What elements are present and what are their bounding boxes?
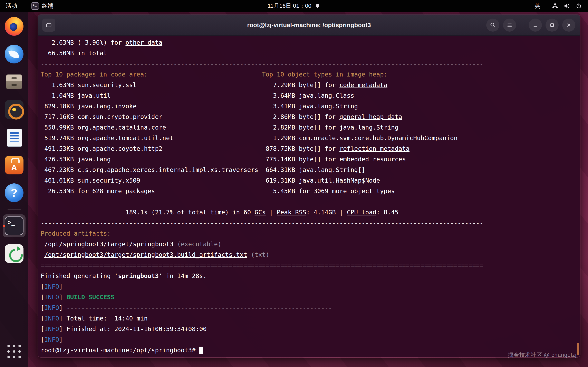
menu-button[interactable]: [503, 18, 516, 32]
terminal-line: 558.99KB org.apache.catalina.core 2.82MB…: [41, 122, 578, 133]
terminal-line-right-column: 664.31KB java.lang.String[]: [262, 165, 365, 175]
terminal-line: [INFO] ---------------------------------…: [41, 281, 578, 292]
terminal-line: 66.50MB in total: [41, 48, 578, 58]
terminal-line-right-column: 775.14KB byte[] for embedded resources: [262, 154, 406, 165]
terminal-line: 26.53MB for 628 more packages 5.45MB for…: [41, 186, 578, 196]
show-applications-button[interactable]: [3, 340, 26, 363]
terminal-line: [INFO] BUILD SUCCESS: [41, 292, 578, 302]
terminal-line: Finished generating 'springboot3' in 14m…: [41, 271, 578, 281]
terminal-line: ========================================…: [41, 260, 578, 271]
network-icon[interactable]: [552, 3, 558, 9]
terminal-line-right-column: 878.75KB byte[] for reflection metadata: [262, 143, 409, 154]
top-bar: 活动 >_ 终端 11月16日 01：00 英: [0, 0, 588, 12]
terminal-line-right-column: 2.86MB byte[] for general heap data: [262, 112, 402, 122]
terminal-line: 519.74KB org.apache.tomcat.util.net 1.29…: [41, 133, 578, 143]
terminal-line: /opt/springboot3/target/springboot3.buil…: [41, 250, 578, 260]
terminal-line-right-column: 1.29MB com.oracle.svm.core.hub.DynamicHu…: [262, 133, 458, 143]
terminal-line: 189.1s (21.7% of total time) in 60 GCs |…: [41, 207, 578, 218]
terminal-line: 491.53KB org.apache.coyote.http2 878.75K…: [41, 143, 578, 154]
minimize-icon: [532, 22, 539, 28]
terminal-line-right-column: 2.82MB byte[] for java.lang.String: [262, 122, 398, 133]
terminal-app-icon: >_: [31, 2, 39, 10]
dock-item-terminal[interactable]: >_: [3, 214, 26, 237]
terminal-line: 1.04MB java.util 3.64MB java.lang.Class: [41, 90, 578, 101]
minimize-button[interactable]: [529, 18, 542, 32]
terminal-line-right-column: 3.64MB java.lang.Class: [262, 90, 354, 101]
maximize-icon: [549, 22, 555, 28]
dock-item-rhythmbox[interactable]: [3, 98, 26, 121]
terminal-line: 461.61KB sun.security.x509 619.31KB java…: [41, 175, 578, 186]
terminal-cursor: [199, 347, 203, 354]
terminal-line-right-column: 619.31KB java.util.HashMap$Node: [262, 175, 380, 186]
terminal-line: 829.18KB java.lang.invoke 3.41MB java.la…: [41, 101, 578, 112]
search-button[interactable]: [486, 18, 499, 32]
terminal-line-right-column: 5.45MB for 3069 more object types: [262, 186, 395, 196]
hamburger-menu-icon: [506, 22, 513, 28]
clock-menu[interactable]: 11月16日 01：00: [268, 0, 320, 12]
volume-icon[interactable]: [564, 3, 570, 9]
input-method-indicator[interactable]: 英: [535, 2, 540, 10]
terminal-icon: >_: [5, 217, 24, 235]
new-tab-icon: [45, 22, 52, 28]
terminal-line: 717.16KB com.sun.crypto.provider 2.86MB …: [41, 112, 578, 122]
close-icon: [566, 22, 572, 28]
dock-item-files[interactable]: [3, 70, 26, 93]
show-applications-grid-icon: [7, 345, 21, 358]
terminal-line: Produced artifacts:: [41, 228, 578, 239]
terminal-line: 467.23KB c.s.org.apache.xerces.internal.…: [41, 165, 578, 175]
terminal-line: 2.63MB ( 3.96%) for other data: [41, 37, 578, 48]
terminal-line: [INFO] Total time: 14:40 min: [41, 313, 578, 324]
help-icon: ?: [5, 184, 24, 202]
desktop: 活动 >_ 终端 11月16日 01：00 英: [0, 0, 588, 367]
files-icon: [5, 72, 24, 91]
terminal-line-right-column: 3.41MB java.lang.String: [262, 101, 358, 112]
firefox-icon: [5, 17, 24, 36]
rhythmbox-icon: [5, 100, 24, 119]
terminal-line: ----------------------------------------…: [41, 196, 578, 207]
watermark: 掘金技术社区 @ changelzj: [508, 351, 577, 359]
terminal-line: [INFO] ---------------------------------…: [41, 302, 578, 313]
focused-app-name: 终端: [42, 2, 53, 10]
terminal-line: Top 10 packages in code area:Top 10 obje…: [41, 69, 578, 80]
scrollbar-thumb[interactable]: [577, 343, 579, 355]
dock-item-thunderbird[interactable]: [3, 43, 26, 66]
libreoffice-writer-icon: [5, 128, 24, 147]
dock-item-help[interactable]: ?: [3, 181, 26, 204]
terminal-line: root@lzj-virtual-machine:/opt/springboot…: [41, 345, 578, 356]
dock-item-libreoffice-writer[interactable]: [3, 126, 26, 149]
dock-separator: [8, 209, 21, 209]
software-updater-icon: [5, 244, 24, 263]
dock: A ? >_: [0, 12, 28, 367]
terminal-line: 1.63MB sun.security.ssl 7.29MB byte[] fo…: [41, 80, 578, 90]
thunderbird-icon: [5, 45, 24, 63]
ubuntu-software-icon: A: [5, 156, 24, 175]
search-icon: [490, 22, 496, 28]
close-button[interactable]: [562, 18, 575, 32]
clock-text: 11月16日 01：00: [268, 2, 311, 10]
notification-bell-icon: [315, 3, 320, 9]
terminal-line-right-column: Top 10 object types in image heap:: [262, 69, 388, 80]
power-icon[interactable]: [576, 3, 582, 9]
terminal-line: ----------------------------------------…: [41, 218, 578, 228]
window-headerbar: root@lzj-virtual-machine: /opt/springboo…: [38, 15, 580, 36]
maximize-button[interactable]: [545, 18, 559, 32]
activities-button[interactable]: 活动: [6, 2, 17, 10]
terminal-output[interactable]: 2.63MB ( 3.96%) for other data 66.50MB i…: [38, 36, 580, 357]
window-title: root@lzj-virtual-machine: /opt/springboo…: [247, 22, 371, 29]
terminal-window: root@lzj-virtual-machine: /opt/springboo…: [38, 14, 580, 358]
terminal-line: [INFO] Finished at: 2024-11-16T00:59:34+…: [41, 324, 578, 334]
focused-app-indicator[interactable]: >_ 终端: [31, 2, 53, 10]
new-tab-button[interactable]: [42, 18, 55, 32]
terminal-line: 476.53KB java.lang 775.14KB byte[] for e…: [41, 154, 578, 165]
terminal-line: [INFO] ---------------------------------…: [41, 334, 578, 345]
dock-item-firefox[interactable]: [3, 15, 26, 38]
terminal-line: /opt/springboot3/target/springboot3 (exe…: [41, 239, 578, 250]
terminal-line-right-column: 7.29MB byte[] for code metadata: [262, 80, 388, 90]
terminal-line: ----------------------------------------…: [41, 58, 578, 69]
dock-item-ubuntu-software[interactable]: A: [3, 154, 26, 176]
dock-item-software-updater[interactable]: [3, 242, 26, 265]
